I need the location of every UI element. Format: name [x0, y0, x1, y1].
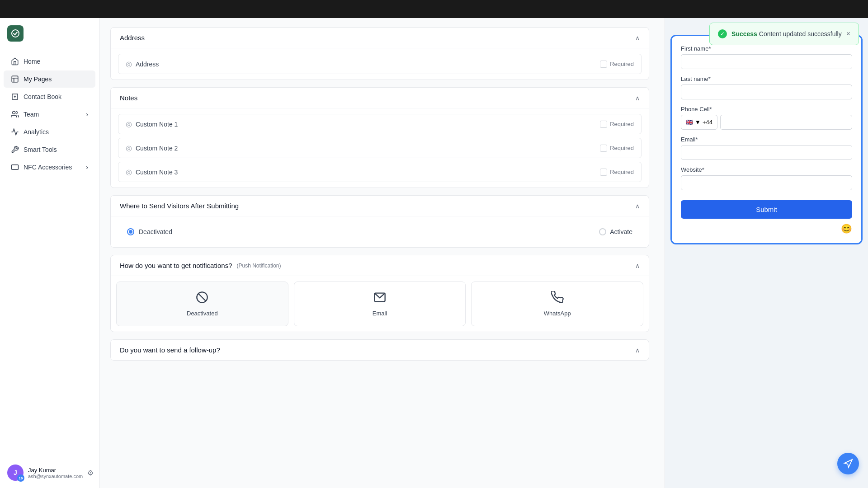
- address-required-toggle[interactable]: Required: [600, 61, 634, 68]
- sidebar-item-nfc-label: NFC Accessories: [24, 164, 72, 171]
- whatsapp-notif-button[interactable]: WhatsApp: [471, 282, 643, 326]
- sidebar-item-my-pages-label: My Pages: [24, 75, 52, 83]
- website-group: Website*: [681, 166, 852, 190]
- note2-required-checkbox[interactable]: [600, 145, 607, 152]
- custom-note-3-label: ◎ Custom Note 3: [126, 168, 178, 176]
- chat-button[interactable]: [837, 453, 859, 474]
- notifications-section: How do you want to get notifications? (P…: [110, 255, 649, 332]
- sidebar-item-smart-tools[interactable]: Smart Tools: [4, 141, 95, 158]
- email-notif-button[interactable]: Email: [294, 282, 466, 326]
- website-input[interactable]: [681, 175, 852, 190]
- address-section: Address ∧ ◎ Address Required: [110, 27, 649, 80]
- notes-section-title: Notes: [120, 94, 137, 102]
- email-notif-icon: [373, 291, 386, 306]
- followup-collapse-icon: ∧: [635, 347, 640, 354]
- note2-icon: ◎: [126, 144, 132, 152]
- push-notification-label: (Push Notification): [236, 263, 281, 269]
- notes-section-header[interactable]: Notes ∧: [111, 88, 649, 108]
- toast-content: Success Content updated successfully: [731, 30, 842, 38]
- contacts-icon: [11, 93, 19, 101]
- address-section-header[interactable]: Address ∧: [111, 28, 649, 48]
- sidebar-item-my-pages[interactable]: My Pages: [4, 70, 95, 88]
- redirect-section: Where to Send Visitors After Submitting …: [110, 195, 649, 248]
- whatsapp-notif-icon: [551, 291, 564, 306]
- avatar: J 19: [7, 465, 24, 481]
- custom-note-3-row: ◎ Custom Note 3 Required: [118, 162, 642, 182]
- submit-button[interactable]: Submit: [681, 200, 852, 219]
- first-name-input[interactable]: [681, 54, 852, 69]
- activate-option[interactable]: Activate: [599, 228, 632, 235]
- phone-number-input[interactable]: [720, 115, 852, 130]
- sidebar-item-smart-tools-label: Smart Tools: [24, 146, 57, 153]
- email-input[interactable]: [681, 145, 852, 160]
- sidebar-item-home-label: Home: [24, 58, 40, 65]
- user-info: J 19 Jay Kumar ash@synxautomate.com ⚙: [7, 465, 92, 481]
- svg-point-0: [12, 30, 19, 37]
- note1-required-toggle[interactable]: Required: [600, 121, 634, 128]
- custom-note-2-row: ◎ Custom Note 2 Required: [118, 138, 642, 158]
- sidebar-item-analytics-label: Analytics: [24, 128, 49, 136]
- sidebar-item-contact-book[interactable]: Contact Book: [4, 88, 95, 105]
- address-required-checkbox[interactable]: [600, 61, 607, 68]
- user-details: Jay Kumar ash@synxautomate.com: [28, 467, 83, 479]
- notifications-section-title: How do you want to get notifications?: [120, 262, 232, 269]
- notifications-section-header[interactable]: How do you want to get notifications? (P…: [111, 255, 649, 276]
- redirect-section-header[interactable]: Where to Send Visitors After Submitting …: [111, 196, 649, 216]
- followup-section-title: Do you want to send a follow-up?: [120, 346, 220, 354]
- settings-icon[interactable]: ⚙: [87, 469, 94, 477]
- note3-required-checkbox[interactable]: [600, 169, 607, 176]
- home-icon: [11, 57, 19, 66]
- phone-input-row: 🇬🇧 ▼ +44: [681, 115, 852, 130]
- svg-line-5: [198, 294, 206, 301]
- nfc-icon: [11, 163, 19, 171]
- followup-section-header[interactable]: Do you want to send a follow-up? ∧: [111, 340, 649, 360]
- sidebar-item-team-label: Team: [24, 111, 39, 118]
- top-bar: [0, 0, 868, 18]
- custom-note-2-label: ◎ Custom Note 2: [126, 144, 178, 152]
- custom-note-1-row: ◎ Custom Note 1 Required: [118, 114, 642, 134]
- notes-collapse-icon: ∧: [635, 94, 640, 102]
- phone-label: Phone Cell*: [681, 106, 852, 113]
- preview-panel: Live Preview of Your Page First name* La…: [665, 18, 868, 488]
- address-field-icon: ◎: [126, 60, 132, 68]
- toast-message: Content updated successfully: [759, 30, 842, 38]
- last-name-input[interactable]: [681, 84, 852, 99]
- note3-required-toggle[interactable]: Required: [600, 169, 634, 176]
- deactivated-radio-button[interactable]: [127, 228, 134, 235]
- tools-icon: [11, 145, 19, 154]
- whatsapp-notif-label: WhatsApp: [544, 310, 571, 317]
- preview-frame: First name* Last name* Phone Cell* 🇬🇧 ▼ …: [670, 35, 863, 244]
- notification-buttons: Deactivated Email WhatsApp: [116, 282, 643, 326]
- sidebar-item-nfc-accessories[interactable]: NFC Accessories ›: [4, 159, 95, 176]
- notification-badge: 19: [17, 474, 24, 482]
- pages-icon: [11, 75, 19, 83]
- deactivated-notif-button[interactable]: Deactivated: [116, 282, 288, 326]
- deactivated-notif-icon: [196, 291, 208, 306]
- sidebar-item-analytics[interactable]: Analytics: [4, 123, 95, 141]
- email-group: Email*: [681, 136, 852, 160]
- flag-icon: 🇬🇧: [686, 119, 693, 126]
- toast-title: Success: [731, 30, 757, 38]
- notifications-title-row: How do you want to get notifications? (P…: [120, 262, 281, 269]
- activate-radio-button[interactable]: [599, 228, 606, 235]
- first-name-label: First name*: [681, 45, 852, 52]
- note2-required-toggle[interactable]: Required: [600, 145, 634, 152]
- deactivated-radio-label[interactable]: Deactivated: [127, 228, 172, 235]
- phone-flag-selector[interactable]: 🇬🇧 ▼ +44: [681, 115, 717, 130]
- note1-required-checkbox[interactable]: [600, 121, 607, 128]
- notifications-collapse-icon: ∧: [635, 262, 640, 269]
- toast-close-button[interactable]: ×: [846, 30, 850, 38]
- note3-icon: ◎: [126, 168, 132, 176]
- sidebar-item-team[interactable]: Team ›: [4, 106, 95, 123]
- custom-note-1-label: ◎ Custom Note 1: [126, 120, 178, 128]
- preview-emoji: 😊: [681, 223, 852, 234]
- sidebar-navigation: Home My Pages Contact Book Team › Analyt…: [0, 49, 99, 457]
- redirect-section-title: Where to Send Visitors After Submitting: [120, 202, 239, 210]
- notes-section: Notes ∧ ◎ Custom Note 1 Required ◎: [110, 87, 649, 188]
- deactivated-notif-label: Deactivated: [187, 310, 218, 317]
- last-name-group: Last name*: [681, 75, 852, 99]
- sidebar-item-contact-book-label: Contact Book: [24, 93, 61, 100]
- first-name-group: First name*: [681, 45, 852, 69]
- sidebar-item-home[interactable]: Home: [4, 53, 95, 70]
- analytics-icon: [11, 128, 19, 136]
